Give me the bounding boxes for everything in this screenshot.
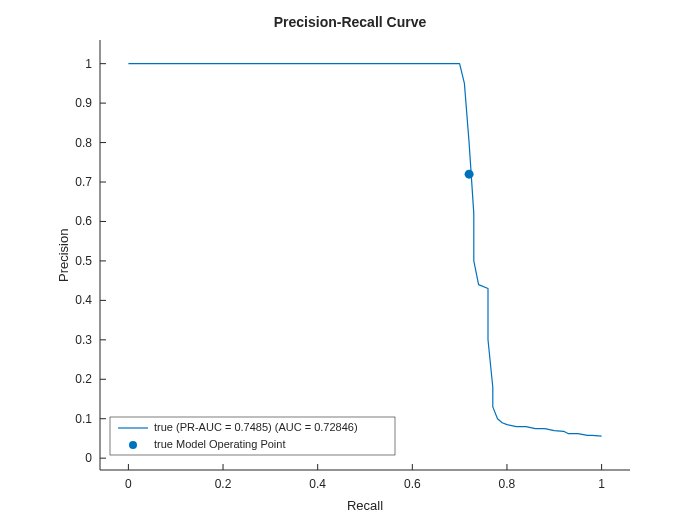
x-tick-label: 0.4 — [309, 477, 326, 491]
pr-curve — [128, 64, 601, 436]
svg-point-21 — [129, 441, 137, 449]
plot-area: 00.20.40.60.8100.10.20.30.40.50.60.70.80… — [100, 40, 630, 470]
y-tick-label: 0.7 — [75, 175, 92, 189]
y-axis-label: Precision — [56, 40, 76, 470]
legend: true (PR-AUC = 0.7485) (AUC = 0.72846)tr… — [110, 417, 395, 455]
y-tick-label: 0.2 — [75, 372, 92, 386]
legend-item-label: true Model Operating Point — [154, 438, 285, 450]
y-tick-label: 0.6 — [75, 214, 92, 228]
x-tick-label: 0.8 — [499, 477, 516, 491]
y-tick-label: 0.8 — [75, 136, 92, 150]
x-tick-label: 1 — [598, 477, 605, 491]
x-axis-label: Recall — [100, 498, 630, 513]
chart-title: Precision-Recall Curve — [0, 14, 700, 30]
y-tick-label: 0.5 — [75, 254, 92, 268]
x-tick-label: 0.2 — [215, 477, 232, 491]
operating-point-marker — [465, 170, 474, 179]
x-tick-label: 0 — [125, 477, 132, 491]
y-tick-label: 1 — [85, 57, 92, 71]
x-tick-label: 0.6 — [404, 477, 421, 491]
legend-item-label: true (PR-AUC = 0.7485) (AUC = 0.72846) — [154, 421, 358, 433]
y-tick-label: 0 — [85, 451, 92, 465]
y-tick-label: 0.9 — [75, 96, 92, 110]
figure: Precision-Recall Curve Precision 00.20.4… — [0, 0, 700, 525]
y-tick-label: 0.4 — [75, 293, 92, 307]
axes: 00.20.40.60.8100.10.20.30.40.50.60.70.80… — [100, 40, 630, 470]
y-tick-label: 0.1 — [75, 412, 92, 426]
y-tick-label: 0.3 — [75, 333, 92, 347]
